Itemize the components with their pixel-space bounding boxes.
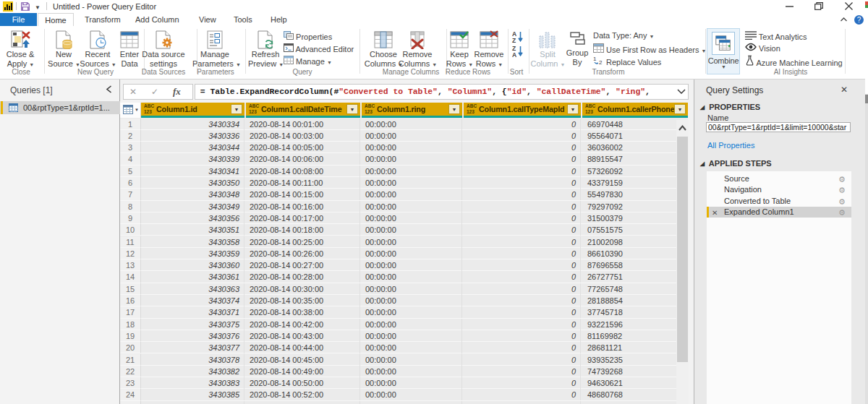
svg-text:Z: Z [512, 37, 516, 43]
svg-text:A: A [512, 51, 516, 58]
svg-text:2: 2 [599, 59, 603, 65]
svg-text:1: 1 [593, 56, 597, 62]
